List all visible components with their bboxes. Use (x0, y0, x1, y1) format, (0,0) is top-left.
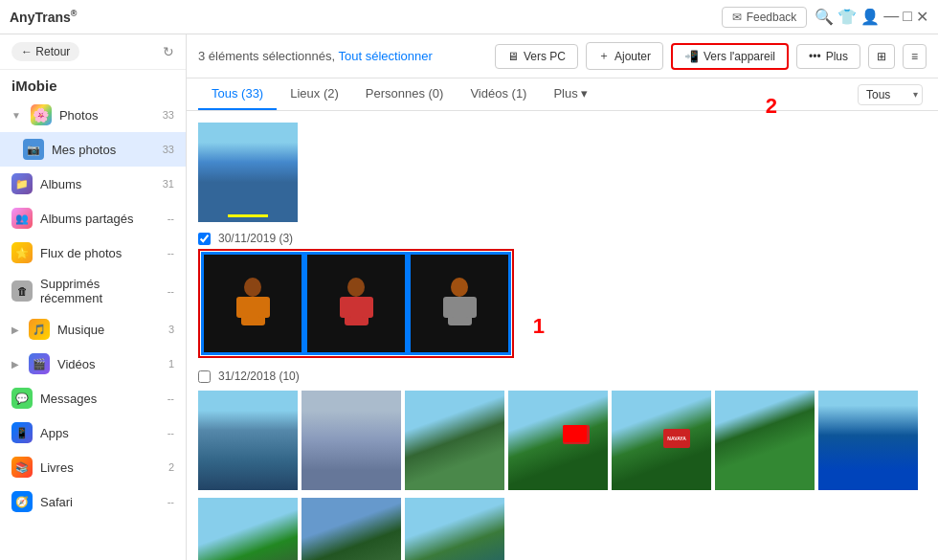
photo-thumb-redsign2[interactable]: NAVAYA (612, 391, 711, 490)
sidebar-item-messages[interactable]: 💬 Messages -- (0, 381, 186, 415)
tab-plus[interactable]: Plus ▾ (540, 78, 601, 110)
sidebar-item-musique[interactable]: ▶ 🎵 Musique 3 (0, 312, 186, 347)
sidebar-item-mes-photos[interactable]: 📷 Mes photos 33 (0, 132, 186, 167)
sidebar-label-photos: Photos (59, 108, 155, 123)
sidebar-item-videos[interactable]: ▶ 🎬 Vidéos 1 (0, 347, 186, 381)
tab-videos[interactable]: Vidéos (1) (457, 78, 540, 110)
sidebar-label-mes-photos: Mes photos (52, 143, 155, 157)
app-name: AnyTrans (10, 10, 71, 25)
sidebar-label-flux: Flux de photos (40, 246, 160, 260)
sidebar-count-apps: -- (168, 427, 174, 438)
chevron-down-icon: ▼ (11, 110, 21, 121)
sidebar-label-messages: Messages (40, 392, 160, 406)
supprimes-icon: 🗑 (11, 280, 33, 302)
sidebar-item-supprimes[interactable]: 🗑 Supprimés récemment -- (0, 270, 186, 312)
sidebar-label-livres: Livres (40, 460, 161, 475)
app-sup: ® (71, 9, 78, 18)
albums-icon: 📁 (11, 173, 33, 194)
feedback-button[interactable]: ✉ Feedback (722, 7, 808, 28)
grid-icon: ⊞ (877, 50, 886, 63)
photo-thumb-valley2[interactable] (198, 498, 298, 560)
envelope-icon: ✉ (732, 11, 742, 24)
sidebar-item-flux[interactable]: 🌟 Flux de photos -- (0, 235, 186, 270)
photo-thumb-p2[interactable] (306, 254, 406, 353)
date-checkbox-2[interactable] (198, 370, 211, 383)
sidebar-label-videos: Vidéos (57, 357, 161, 371)
toolbar: 3 éléments sélectionnés, Tout sélectionn… (187, 34, 938, 78)
minimize-button[interactable]: — (883, 8, 899, 26)
sidebar-brand: iMobie (0, 70, 186, 98)
dots-icon: ••• (809, 50, 821, 63)
sidebar-header: ← Retour ↻ (0, 34, 186, 70)
photo-thumb-road[interactable] (198, 123, 298, 222)
list-view-button[interactable]: ≡ (903, 44, 927, 69)
photos-icon: 🌸 (31, 104, 52, 125)
svg-point-4 (347, 278, 365, 297)
back-button[interactable]: ← Retour (11, 42, 79, 61)
sidebar-label-albums-partages: Albums partagés (40, 212, 160, 226)
date-header-2: 31/12/2018 (10) (198, 366, 927, 387)
annotation-label-1: 1 (533, 314, 545, 339)
svg-point-8 (451, 278, 468, 297)
sidebar-item-safari[interactable]: 🧭 Safari -- (0, 484, 186, 519)
photo-thumb-swim2[interactable] (405, 498, 504, 560)
back-label: ← Retour (21, 45, 70, 58)
sidebar-label-supprimes: Supprimés récemment (40, 277, 160, 305)
sidebar-count-photos: 33 (163, 109, 174, 121)
plus-label: Plus (826, 50, 848, 63)
sidebar-count-videos: 1 (168, 358, 174, 370)
select-all-link[interactable]: Tout sélectionner (338, 49, 432, 63)
date-group-1: 30/11/2019 (3) (198, 228, 927, 358)
ajouter-button[interactable]: ＋ Ajouter (586, 42, 663, 70)
search-icon[interactable]: 🔍 (815, 8, 834, 26)
photo-thumb-swim1[interactable] (302, 498, 401, 560)
photo-thumb-redsign1[interactable]: NAVAYA (508, 391, 608, 490)
refresh-icon[interactable]: ↻ (163, 44, 174, 59)
plus-button[interactable]: ••• Plus (796, 44, 860, 69)
photo-thumb-mountain1[interactable] (405, 391, 504, 490)
photo-thumb-water[interactable] (818, 391, 918, 490)
close-button[interactable]: ✕ (916, 8, 928, 26)
date-checkbox-1[interactable] (198, 233, 211, 245)
vers-appareil-label: Vers l'appareil (704, 50, 775, 63)
musique-icon: 🎵 (29, 319, 50, 340)
tab-lieux[interactable]: Lieux (2) (277, 78, 352, 110)
photo-thumb-snowy[interactable] (302, 391, 401, 490)
date-label-2: 31/12/2018 (10) (218, 370, 300, 383)
pc-icon: 🖥 (507, 50, 519, 63)
sidebar-item-photos[interactable]: ▼ 🌸 Photos 33 (0, 98, 186, 132)
tab-personnes[interactable]: Personnes (0) (352, 78, 458, 110)
tabs-bar: Tous (33) Lieux (2) Personnes (0) Vidéos… (187, 78, 938, 111)
photo-thumb-waterfall[interactable] (198, 391, 298, 490)
vers-pc-button[interactable]: 🖥 Vers PC (495, 44, 578, 69)
sidebar-label-safari: Safari (40, 495, 160, 509)
photo-thumb-gorge[interactable] (715, 391, 815, 490)
photo-grid-3 (198, 498, 927, 560)
photo-thumb-p3[interactable] (410, 254, 509, 353)
date-label-1: 30/11/2019 (3) (218, 232, 293, 245)
sidebar-item-albums-partages[interactable]: 👥 Albums partagés -- (0, 201, 186, 235)
person-svg-2 (335, 278, 378, 330)
svg-rect-7 (362, 297, 373, 318)
sidebar-count-musique: 3 (168, 324, 174, 335)
photo-thumb-p1[interactable] (203, 254, 302, 353)
sidebar-item-apps[interactable]: 📱 Apps -- (0, 415, 186, 450)
maximize-button[interactable]: □ (903, 8, 912, 26)
list-icon: ≡ (911, 50, 918, 63)
chevron-right-icon-videos: ▶ (11, 359, 19, 370)
top-photo-grid (198, 123, 927, 222)
sidebar-count-supprimes: -- (168, 285, 174, 297)
sidebar-item-livres[interactable]: 📚 Livres 2 (0, 450, 186, 484)
sidebar-count-livres: 2 (168, 461, 174, 473)
vers-appareil-button[interactable]: 📲 Vers l'appareil (671, 43, 789, 70)
user-icon[interactable]: 👤 (860, 8, 880, 26)
tab-tous[interactable]: Tous (33) (198, 78, 277, 110)
grid-view-button[interactable]: ⊞ (868, 44, 895, 69)
svg-rect-3 (258, 297, 270, 318)
main-layout: ← Retour ↻ iMobie ▼ 🌸 Photos 33 📷 Mes ph… (0, 34, 938, 560)
shirt-icon[interactable]: 👕 (838, 8, 857, 26)
selected-group (198, 249, 514, 358)
filter-select[interactable]: Tous Photos Vidéos (858, 84, 923, 105)
sidebar-item-albums[interactable]: 📁 Albums 31 (0, 167, 186, 201)
date-group-3 (198, 498, 927, 560)
